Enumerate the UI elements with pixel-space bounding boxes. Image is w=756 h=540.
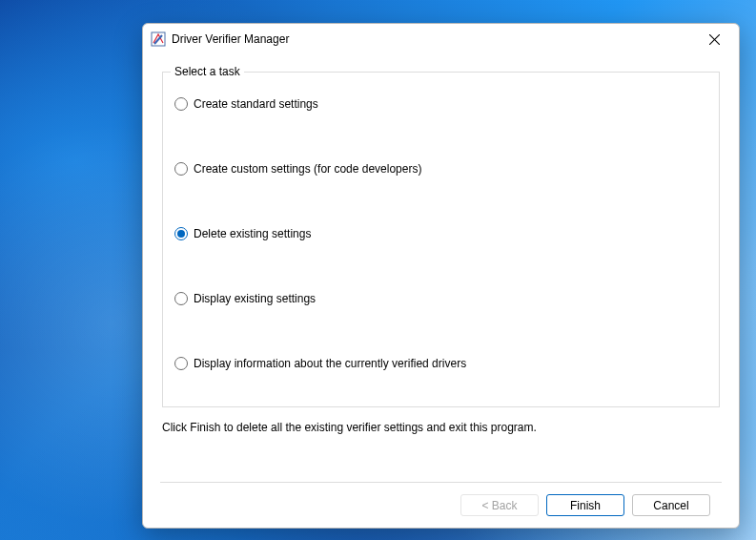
radio-dot-icon [177, 230, 185, 238]
finish-button[interactable]: Finish [546, 494, 624, 516]
radio-create-custom[interactable]: Create custom settings (for code develop… [174, 162, 709, 176]
radio-icon [174, 357, 188, 370]
radio-icon [174, 97, 188, 111]
radio-display-info[interactable]: Display information about the currently … [174, 357, 709, 370]
dialog-content: Select a task Create standard settings C… [143, 54, 739, 528]
cancel-button[interactable]: Cancel [632, 494, 710, 516]
hint-text: Click Finish to delete all the existing … [162, 421, 720, 434]
window-title: Driver Verifier Manager [172, 32, 693, 46]
titlebar[interactable]: Driver Verifier Manager [143, 24, 739, 54]
dialog-window: Driver Verifier Manager Select a task Cr… [142, 23, 740, 529]
radio-icon [174, 227, 188, 240]
radio-label: Delete existing settings [194, 227, 311, 240]
groupbox-label: Select a task [171, 65, 244, 78]
radio-create-standard[interactable]: Create standard settings [174, 97, 709, 111]
task-groupbox: Select a task Create standard settings C… [162, 72, 720, 407]
radio-display-existing[interactable]: Display existing settings [174, 292, 709, 305]
back-button: < Back [460, 494, 539, 516]
app-icon [151, 31, 166, 47]
radio-delete-existing[interactable]: Delete existing settings [174, 227, 709, 240]
close-icon [709, 34, 720, 45]
button-bar: < Back Finish Cancel [158, 483, 724, 528]
radio-label: Create standard settings [194, 97, 318, 111]
radio-icon [174, 162, 188, 176]
close-button[interactable] [693, 25, 735, 53]
radio-icon [174, 292, 188, 305]
radio-label: Display information about the currently … [194, 357, 466, 370]
radio-label: Create custom settings (for code develop… [194, 162, 421, 176]
radio-label: Display existing settings [194, 292, 316, 305]
